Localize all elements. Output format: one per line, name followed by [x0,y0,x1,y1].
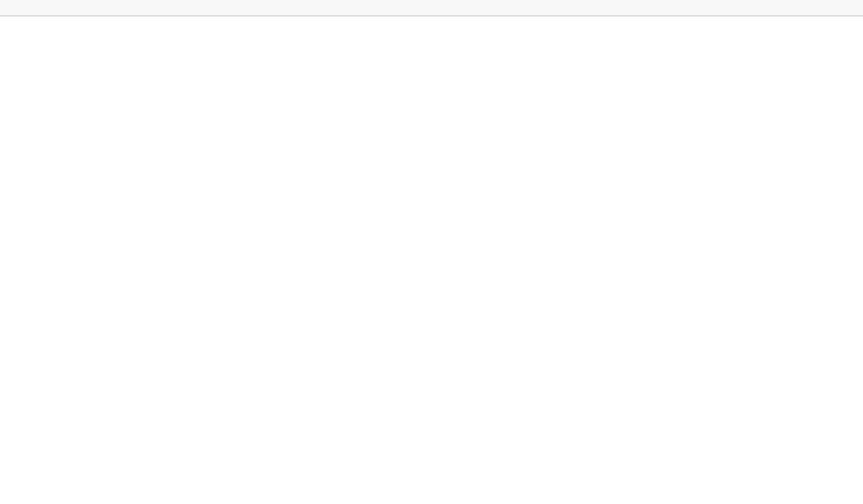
spreadsheet [0,0,863,16]
column-headers [0,0,863,16]
